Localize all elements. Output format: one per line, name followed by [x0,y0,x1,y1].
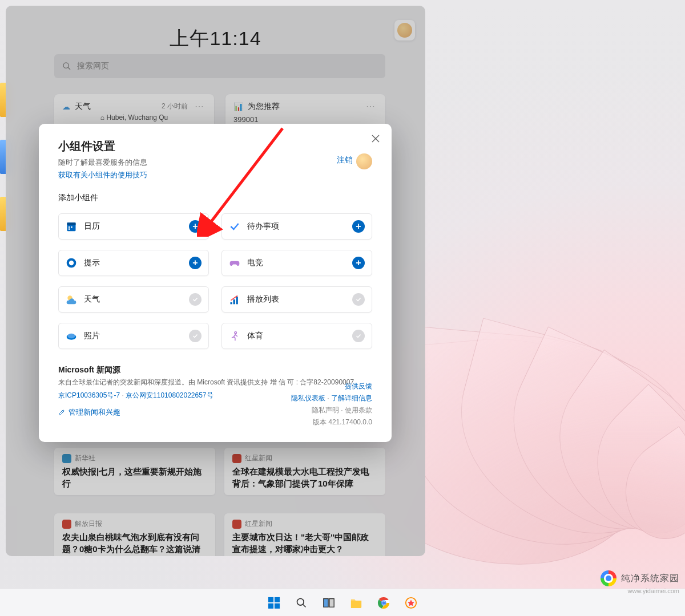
icp-link-2[interactable]: 京公网安11010802022657号 [126,391,213,399]
widget-label: 天气 [84,294,182,305]
add-widget-button[interactable]: + [189,257,202,269]
svg-point-16 [67,334,75,338]
add-widget-button[interactable]: + [352,220,365,233]
start-button[interactable] [263,591,285,614]
svg-rect-7 [71,226,72,228]
widget-tile-photos[interactable]: 照片 [58,323,209,349]
version-text: 版本 421.17400.0.0 [291,418,372,427]
sports-icon [229,330,240,342]
calendar-icon [66,221,77,232]
modal-avatar[interactable] [356,153,372,169]
widget-tile-tips[interactable]: 提示+ [58,250,209,276]
watermark-url: www.yidaimei.com [628,587,679,594]
privacy-link[interactable]: 隐私声明 [312,406,339,414]
svg-point-17 [235,332,236,334]
pencil-icon [58,409,65,416]
modal-footer-links: 提供反馈 隐私仪表板 · 了解详细信息 隐私声明 · 使用条款 版本 421.1… [291,382,372,427]
news-source-title: Microsoft 新闻源 [58,365,372,375]
logout-link[interactable]: 注销 [337,155,353,165]
svg-rect-21 [268,603,273,608]
svg-point-30 [382,601,385,605]
widget-tile-playlist[interactable]: 播放列表 [221,286,372,313]
widget-tile-gaming[interactable]: 电竞+ [221,250,372,276]
widget-label: 照片 [84,331,182,341]
modal-subtitle: 随时了解最喜爱服务的信息 [58,157,372,168]
widget-label: 播放列表 [247,294,345,305]
app-icon [405,597,417,609]
svg-point-23 [297,598,304,605]
svg-line-24 [303,604,306,607]
tips-icon [66,257,77,269]
modal-title: 小组件设置 [58,139,372,154]
photos-icon [66,330,77,342]
tips-link[interactable]: 获取有关小组件的使用技巧 [58,170,147,180]
search-button[interactable] [290,591,313,614]
search-icon [296,597,307,609]
widget-tile-todo[interactable]: 待办事项+ [221,213,372,240]
svg-rect-19 [268,597,273,602]
playlist-icon [229,294,240,305]
close-button[interactable] [369,132,382,145]
widget-label: 提示 [84,258,182,268]
widget-label: 日历 [84,221,182,232]
svg-rect-14 [236,297,238,304]
app-button[interactable] [400,591,422,614]
taskbar[interactable] [0,589,685,616]
svg-rect-20 [275,597,280,602]
svg-rect-13 [233,299,235,304]
svg-rect-6 [68,226,70,228]
widget-tile-calendar[interactable]: 日历+ [58,213,209,240]
watermark-logo-icon [601,570,616,586]
add-widget-section-title: 添加小组件 [58,193,372,203]
svg-point-10 [69,261,74,265]
add-widget-button[interactable]: + [352,257,365,269]
widget-label: 电竞 [247,258,345,268]
svg-rect-25 [324,598,328,607]
watermark: 纯净系统家园 [601,570,679,586]
svg-rect-26 [329,598,334,607]
gaming-icon [229,257,240,269]
terms-link[interactable]: 使用条款 [345,406,372,414]
widget-tile-weather[interactable]: 天气 [58,286,209,313]
chrome-icon [377,597,390,609]
widget-label: 待办事项 [247,221,345,232]
icp-link-1[interactable]: 京ICP10036305号-7 [58,391,120,399]
widget-settings-modal: 注销 小组件设置 随时了解最喜爱服务的信息 获取有关小组件的使用技巧 添加小组件… [39,124,392,442]
windows-icon [268,597,280,609]
svg-rect-5 [67,222,76,225]
add-widget-button[interactable]: + [189,220,202,233]
task-view-button[interactable] [317,591,340,614]
svg-rect-8 [68,228,70,230]
widget-label: 体育 [247,331,345,341]
weather-icon [66,294,77,305]
todo-icon [229,221,240,232]
task-view-icon [323,597,335,609]
feedback-link[interactable]: 提供反馈 [345,382,372,390]
chrome-button[interactable] [372,591,395,614]
learn-more-link[interactable]: 了解详细信息 [331,394,372,402]
widget-added-indicator [189,330,202,342]
folder-icon [350,597,362,609]
widget-added-indicator [352,330,365,342]
file-explorer-button[interactable] [345,591,368,614]
widget-added-indicator [352,293,365,306]
privacy-dashboard-link[interactable]: 隐私仪表板 [291,394,325,402]
svg-rect-22 [275,603,280,608]
widget-tile-sports[interactable]: 体育 [221,323,372,349]
widget-added-indicator [189,293,202,306]
close-icon [372,135,380,143]
svg-rect-12 [231,302,232,304]
